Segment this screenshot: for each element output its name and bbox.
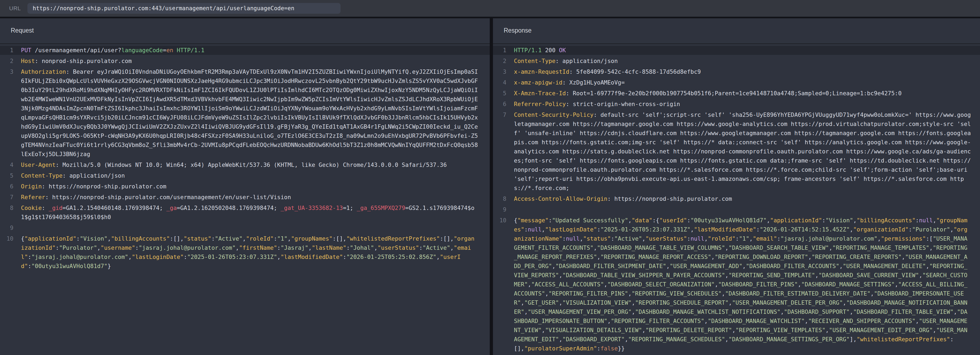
code-token: null — [919, 217, 933, 224]
code-token: "jasraj.johal@purolator.com" — [781, 235, 878, 242]
line-number: 7 — [2, 193, 13, 202]
code-text — [514, 205, 971, 214]
code-token: "REPORTING_FILTER_PINS" — [549, 290, 628, 297]
line-number: 10 — [2, 234, 13, 271]
code-token: "REPORTING_MANAGE_SCHEDULES" — [628, 336, 725, 342]
code-token: , — [528, 281, 531, 288]
code-token: , — [597, 254, 600, 260]
code-token: :[ — [926, 235, 933, 242]
code-token: "REPORTING_FILTER_ACCOUNTS" — [611, 318, 705, 324]
code-token: null — [528, 226, 542, 233]
code-token: , — [604, 281, 608, 288]
code-text: X-Amzn-Trace-Id: Root=1-69777f9e-2e20b2f… — [514, 89, 971, 98]
code-token: "organizationId" — [853, 226, 908, 233]
code-token: : — [597, 345, 600, 352]
code-token: : https://nonprod-ship.purolator.com — [608, 195, 732, 202]
code-token: : Bearer eyJraWQiOiI0VndnaDNiUGoyOEhkbmF… — [21, 68, 478, 157]
code-token: , — [725, 336, 729, 342]
request-panel: Request 1PUT /usermanagement/api/user?la… — [0, 18, 490, 355]
code-token: :[], — [332, 235, 347, 242]
code-token: "Active" — [215, 235, 242, 242]
code-token: , — [704, 318, 708, 324]
code-token: "Active" — [614, 235, 642, 242]
code-line: 6Referrer-Policy: strict-origin-when-cro… — [493, 99, 980, 109]
code-token: : — [28, 263, 32, 269]
code-token: "REPORTING_MANAGE_REPORT_ACCESS" — [600, 254, 711, 260]
code-token: : — [28, 254, 32, 260]
code-token: Origin — [21, 183, 42, 190]
code-line: 8Cookie: _gid=GA1.2.1540460148.176939847… — [0, 203, 490, 222]
code-token: : — [611, 235, 614, 242]
response-code-viewer[interactable]: 1HTTP/1.1 200 OK2Content-Type: applicati… — [493, 44, 980, 353]
code-token: , — [742, 263, 746, 269]
code-token: , — [450, 245, 454, 251]
code-token: , — [732, 327, 735, 333]
code-token: , — [108, 235, 111, 242]
code-token: "00utyu31wuAVHolQ81d7" — [32, 263, 108, 269]
code-token: "lastName" — [312, 245, 347, 251]
code-token: , — [628, 217, 632, 224]
code-token: , — [729, 299, 732, 306]
code-token: , — [767, 217, 770, 224]
code-token: : — [56, 245, 59, 251]
code-line: 4User-Agent: Mozilla/5.0 (Windows NT 10.… — [0, 160, 490, 170]
code-token: : — [597, 226, 600, 233]
code-token: "email" — [753, 235, 777, 242]
code-token: , — [288, 235, 291, 242]
code-token: "lastModifiedDate" — [694, 226, 756, 233]
code-line: 1PUT /usermanagement/api/user?languageCo… — [0, 46, 490, 55]
url-input[interactable] — [27, 3, 340, 14]
code-token: : XzDg1HLyoAMEoVg= — [562, 79, 625, 86]
code-line: 2Content-Type: application/json — [493, 56, 980, 66]
code-token: "DASHBOARD_MANAGE_SETTINGS_PER_ORG" — [729, 336, 850, 342]
code-token: = — [163, 47, 166, 54]
line-number: 2 — [495, 56, 506, 66]
code-token: "userStatus" — [378, 245, 419, 251]
code-token: "1" — [739, 235, 749, 242]
line-number: 8 — [2, 203, 13, 222]
code-token: , — [877, 235, 881, 242]
code-token: "DASHBOARD_EXPORT" — [562, 336, 625, 342]
code-token: "DASHBOARD_MANAGE_WATCHLIST_NOTIFICATION… — [635, 309, 781, 315]
code-token: "REPORTING_DELETE_REPORT" — [645, 327, 732, 333]
request-code-viewer[interactable]: 1PUT /usermanagement/api/user?languageCo… — [0, 44, 490, 271]
code-text: Host: nonprod-ship.purolator.com — [21, 56, 478, 66]
line-number: 5 — [2, 171, 13, 180]
code-token: "DASHBOARD_FILTER_PINS" — [718, 281, 798, 288]
code-token: "DASHBOARD_TABLE_VIEW_SHIPPER_N_PAYER_AC… — [562, 272, 725, 278]
code-token: , — [805, 318, 808, 324]
code-token: 200 — [542, 47, 559, 54]
code-token: "status" — [184, 235, 211, 242]
code-token: }} — [618, 345, 625, 352]
code-token: : default-src 'self';script-src 'self' '… — [514, 112, 971, 191]
line-number: 6 — [495, 99, 506, 109]
code-text: Content-Type: application/json — [21, 171, 478, 180]
code-line: 7Content-Security-Policy: default-src 's… — [493, 110, 980, 193]
panel-split-divider[interactable] — [490, 18, 493, 355]
code-token: , — [954, 309, 957, 315]
code-token: , — [895, 281, 898, 288]
code-token: : application/json — [555, 58, 618, 64]
code-token: , — [642, 327, 646, 333]
code-token: :{ — [652, 217, 659, 224]
url-label: URL — [9, 5, 21, 11]
code-line: 9 — [493, 205, 980, 214]
code-token: , — [929, 245, 933, 251]
code-token: , — [725, 245, 729, 251]
code-token: "Purolator" — [59, 245, 97, 251]
request-response-split: Request 1PUT /usermanagement/api/user?la… — [0, 18, 980, 355]
code-token: "lastModifiedDate" — [281, 254, 343, 260]
code-text: x-amz-apigw-id: XzDg1HLyoAMEoVg= — [514, 78, 971, 87]
code-token: , — [725, 272, 729, 278]
code-token — [173, 47, 177, 54]
code-token: "DASHBOARD_MANAGE_WATCHLIST" — [708, 318, 805, 324]
code-token: "DASHBOARD_SEARCH_TABLE_VIEW" — [729, 245, 829, 251]
code-text: Content-Type: application/json — [514, 56, 971, 66]
code-token: , — [545, 290, 549, 297]
line-number: 2 — [2, 56, 13, 66]
code-text: User-Agent: Mozilla/5.0 (Windows NT 10.0… — [21, 160, 478, 170]
code-token: : — [274, 235, 277, 242]
code-token: { — [514, 217, 517, 224]
code-token: "REPORTING_CREATE_REPORTS" — [812, 254, 902, 260]
code-token: "REPORTING_MANAGE_TEMPLATES" — [832, 245, 929, 251]
